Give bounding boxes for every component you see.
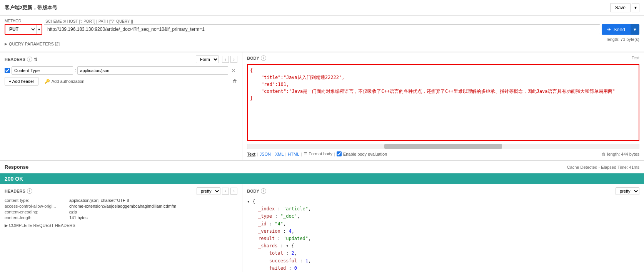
resp-header-row-3: content-encoding: gzip <box>5 210 237 214</box>
resp-body-header: BODY i pretty raw <box>247 187 639 195</box>
headers-nav: ‹ › <box>222 56 237 63</box>
trash-icon[interactable]: 🗑 <box>233 79 237 84</box>
query-params-triangle: ▶ <box>5 42 7 46</box>
add-auth-label: Add authorization <box>52 79 85 84</box>
header-value-input-1[interactable] <box>77 66 228 75</box>
resp-body-actions: pretty raw <box>616 187 639 195</box>
scheme-label: SCHEME :// HOST [':' PORT] [ PATH ["?" Q… <box>45 19 600 24</box>
send-icon: ✈ <box>607 27 611 32</box>
url-input[interactable] <box>44 25 600 34</box>
body-trash-icon[interactable]: 🗑 <box>602 152 606 156</box>
body-scrollbar-thumb <box>384 144 502 149</box>
url-input-wrap <box>44 24 600 34</box>
resp-headers-header: HEADERS i pretty raw ‹ › <box>5 187 237 195</box>
status-bar: 200 OK <box>0 173 644 184</box>
response-body-panel: BODY i pretty raw ▾ { _index : "article"… <box>242 184 644 272</box>
headers-title-text: HEADERS <box>5 57 25 62</box>
method-url-row: METHOD PUT GET POST DELETE ▾ SCHEME :// … <box>5 19 639 35</box>
send-button[interactable]: ✈ Send <box>602 24 631 35</box>
body-length-info: 🗑 length: 444 bytes <box>602 152 639 156</box>
format-body-label: Format body <box>309 151 332 156</box>
headers-panel-header: HEADERS i ⇅ Form Raw ‹ › <box>5 55 237 63</box>
headers-nav-left[interactable]: ‹ <box>222 56 229 63</box>
resp-header-key-3: content-encoding: <box>5 210 66 214</box>
response-title: Response <box>5 164 28 170</box>
body-info-icon: i <box>261 55 266 61</box>
resp-headers-nav: ‹ › <box>222 188 237 195</box>
send-group: . ✈ Send ▾ <box>602 19 639 35</box>
body-textarea[interactable]: { "title":"Java从入门到精通22222", "red":101, … <box>247 64 639 141</box>
key-icon: 🔑 <box>45 79 50 84</box>
resp-header-key-1: content-type: <box>5 198 66 203</box>
headers-panel-actions: Form Raw ‹ › <box>196 55 237 63</box>
enable-eval-wrap: Enable body evaluation <box>337 151 387 156</box>
header-delete-1[interactable]: ✕ <box>230 67 237 74</box>
add-authorization-link[interactable]: 🔑 Add authorization <box>45 79 85 84</box>
resp-body-title-text: BODY <box>247 189 259 193</box>
url-group: SCHEME :// HOST [':' PORT] [ PATH ["?" Q… <box>44 19 600 34</box>
body-title-text: BODY <box>247 56 259 60</box>
method-dropdown-button[interactable]: ▾ <box>36 25 42 34</box>
response-meta: Cache Detected - Elapsed Time: 41ms <box>567 165 639 170</box>
headers-sort-icon: ⇅ <box>34 57 37 62</box>
enable-eval-checkbox[interactable] <box>337 151 342 156</box>
header-checkbox-1[interactable] <box>5 68 10 73</box>
save-button[interactable]: Save <box>610 3 631 12</box>
headers-form-select[interactable]: Form Raw <box>196 55 219 63</box>
resp-headers-nav-left[interactable]: ‹ <box>222 188 229 195</box>
method-label: METHOD <box>5 19 42 23</box>
resp-header-val-3: gzip <box>69 210 77 214</box>
resp-headers-actions: pretty raw ‹ › <box>197 187 237 195</box>
resp-headers-info-icon: i <box>27 188 32 194</box>
top-bar: 客户端2更新，带版本号 Save ▾ <box>0 0 644 16</box>
request-section: METHOD PUT GET POST DELETE ▾ SCHEME :// … <box>0 16 644 52</box>
enable-eval-label: Enable body evaluation <box>343 152 387 156</box>
resp-header-key-4: content-length: <box>5 215 66 220</box>
body-scrollbar[interactable] <box>247 144 639 149</box>
format-body-icon: ☰ <box>304 151 307 156</box>
resp-headers-title: HEADERS i <box>5 188 32 194</box>
body-text-label: Text <box>632 55 639 60</box>
method-select-wrap: PUT GET POST DELETE ▾ <box>5 24 42 35</box>
body-format-bar: Text | JSON | XML | HTML | ☰ Format body… <box>247 151 639 156</box>
query-params-label: QUERY PARAMETERS [2] <box>9 42 60 46</box>
request-panels: HEADERS i ⇅ Form Raw ‹ › : ✕ <box>0 52 644 160</box>
resp-header-key-2: access-control-allow-origi... <box>5 204 66 208</box>
headers-nav-right[interactable]: › <box>230 56 237 63</box>
resp-header-row-4: content-length: 141 bytes <box>5 215 237 220</box>
method-group: METHOD PUT GET POST DELETE ▾ <box>5 19 42 35</box>
format-json-link[interactable]: JSON <box>260 152 271 156</box>
header-add-row: + Add header 🔑 Add authorization 🗑 <box>5 77 237 86</box>
resp-body-title: BODY i <box>247 188 266 194</box>
json-viewer: ▾ { _index : "article", _type : "_doc", … <box>247 198 639 272</box>
resp-header-val-1: application/json; charset=UTF-8 <box>69 198 129 203</box>
send-dropdown-button[interactable]: ▾ <box>631 24 639 35</box>
top-bar-actions: Save ▾ <box>610 3 639 12</box>
add-header-button[interactable]: + Add header <box>5 77 38 86</box>
response-panels: HEADERS i pretty raw ‹ › content-type: <box>0 184 644 272</box>
format-xml-link[interactable]: XML <box>275 152 284 156</box>
body-panel-header: BODY i Text <box>247 55 639 61</box>
body-panel-title: BODY i <box>247 55 266 61</box>
header-colon-1: : <box>75 68 76 73</box>
resp-header-row-2: access-control-allow-origi... chrome-ext… <box>5 204 237 208</box>
format-html-link[interactable]: HTML <box>288 152 299 156</box>
resp-body-info-icon: i <box>261 188 266 194</box>
format-body-button[interactable]: ☰ Format body <box>304 151 332 156</box>
resp-headers-title-text: HEADERS <box>5 189 25 193</box>
response-section: Response Cache Detected - Elapsed Time: … <box>0 160 644 272</box>
query-params-toggle[interactable]: ▶ QUERY PARAMETERS [2] <box>5 42 639 46</box>
header-key-input-1[interactable] <box>12 66 73 75</box>
resp-headers-nav-right[interactable]: › <box>230 188 237 195</box>
resp-body-pretty-select[interactable]: pretty raw <box>616 187 639 195</box>
response-header: Response Cache Detected - Elapsed Time: … <box>0 161 644 173</box>
method-select[interactable]: PUT GET POST DELETE <box>5 25 36 34</box>
resp-header-row-1: content-type: application/json; charset=… <box>5 198 237 203</box>
save-dropdown-button[interactable]: ▾ <box>632 3 639 12</box>
response-headers-panel: HEADERS i pretty raw ‹ › content-type: <box>0 184 242 272</box>
headers-panel-title: HEADERS i ⇅ <box>5 57 37 62</box>
resp-headers-pretty-select[interactable]: pretty raw <box>197 187 220 195</box>
resp-header-val-4: 141 bytes <box>69 215 88 220</box>
complete-request-toggle[interactable]: ▶ COMPLETE REQUEST HEADERS <box>5 223 237 228</box>
format-text-link[interactable]: Text <box>247 152 255 156</box>
